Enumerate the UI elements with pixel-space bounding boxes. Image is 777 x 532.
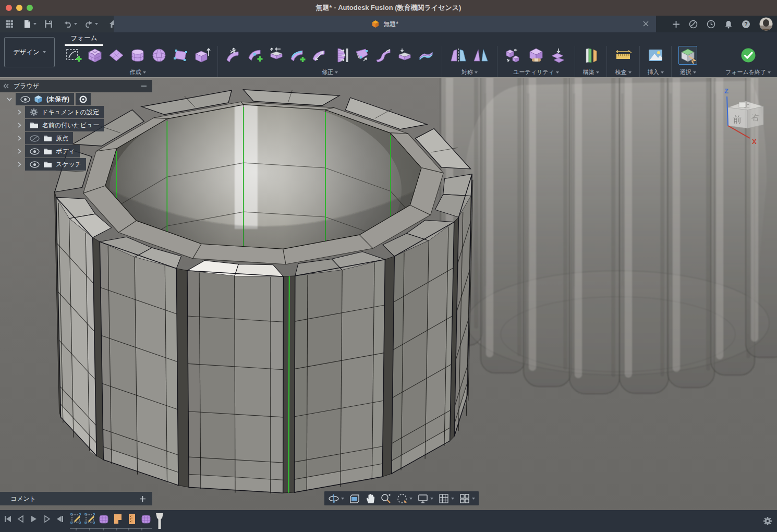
viewcube-right-label[interactable]: 右 <box>750 112 760 122</box>
viewcube-top-label[interactable]: 上 <box>744 102 750 108</box>
face-marker[interactable] <box>112 513 124 525</box>
collapse-panel-icon[interactable] <box>3 83 9 89</box>
extrude-tool-icon[interactable] <box>193 46 211 64</box>
visibility-off-eye-icon[interactable] <box>30 135 40 142</box>
finish-form-group-label[interactable]: フォームを終了 <box>725 68 771 76</box>
redo-button[interactable] <box>82 17 100 31</box>
insert-point-icon[interactable] <box>246 46 264 64</box>
browser-item-origin[interactable]: 原点 <box>0 132 152 144</box>
chevron-right-icon[interactable] <box>17 109 22 115</box>
minimize-panel-icon[interactable] <box>141 83 147 89</box>
make-uniform-icon[interactable] <box>549 46 568 64</box>
help-icon[interactable]: ? <box>742 20 750 29</box>
view-cube[interactable]: 上 前 右 Z X <box>721 86 777 149</box>
notifications-bell-icon[interactable] <box>724 20 733 29</box>
chevron-right-icon[interactable] <box>17 148 22 154</box>
new-file-button[interactable] <box>21 17 38 31</box>
sketch-marker[interactable] <box>84 513 95 525</box>
step-forward-icon[interactable] <box>42 514 52 524</box>
chevron-right-icon[interactable] <box>17 122 22 128</box>
viewcube-front-label[interactable]: 前 <box>733 115 742 125</box>
pull-icon[interactable] <box>353 46 371 64</box>
repair-body-icon[interactable] <box>527 46 545 64</box>
look-at-button[interactable] <box>349 493 360 504</box>
job-status-clock-icon[interactable] <box>707 20 715 29</box>
finish-form-icon[interactable] <box>739 46 757 64</box>
utility-group-label[interactable]: ユーティリティ <box>513 68 559 76</box>
viewports-button[interactable] <box>459 493 475 504</box>
display-settings-button[interactable] <box>417 493 433 504</box>
convert-icon[interactable] <box>504 46 523 64</box>
face-tool-icon[interactable] <box>172 46 189 64</box>
record-history-icon[interactable] <box>79 95 87 103</box>
timeline-settings-gear-icon[interactable] <box>762 516 773 526</box>
tab-form[interactable]: フォーム <box>65 34 103 46</box>
viewport-canvas[interactable]: ブラウザ (未保存) ドキュメントの設定 名前の <box>0 77 777 510</box>
box-primitive-icon[interactable] <box>86 46 104 64</box>
add-tab-icon[interactable] <box>672 20 680 28</box>
construction-plane-icon[interactable] <box>582 46 600 64</box>
subdivide-icon[interactable] <box>310 46 328 64</box>
document-tab[interactable]: 無題* <box>114 16 656 32</box>
select-group-label[interactable]: 選択 <box>680 68 696 76</box>
extensions-icon[interactable] <box>689 20 698 29</box>
browser-item-document-settings[interactable]: ドキュメントの設定 <box>0 106 152 118</box>
insert-group-label[interactable]: 挿入 <box>648 68 664 76</box>
create-sketch-icon[interactable] <box>65 46 82 64</box>
cylinder-primitive-icon[interactable] <box>129 46 147 64</box>
go-to-start-icon[interactable] <box>3 514 13 524</box>
browser-item-named-views[interactable]: 名前の付いたビュー <box>0 119 152 131</box>
user-avatar[interactable] <box>759 17 773 31</box>
close-window-button[interactable] <box>6 5 12 11</box>
maximize-window-button[interactable] <box>27 5 33 11</box>
timeline-position-slider[interactable] <box>155 513 164 529</box>
sphere-primitive-icon[interactable] <box>150 46 168 64</box>
mirror-internal-icon[interactable] <box>449 46 468 64</box>
go-to-end-icon[interactable] <box>55 514 65 524</box>
uncrease-icon[interactable] <box>417 46 435 64</box>
thicken-icon[interactable] <box>332 46 349 64</box>
browser-item-sketches[interactable]: スケッチ <box>0 158 152 171</box>
symmetry-group-label[interactable]: 対称 <box>462 68 478 76</box>
undo-button[interactable] <box>61 17 79 31</box>
measure-icon[interactable] <box>614 46 633 64</box>
workspace-selector[interactable]: デザイン <box>4 37 55 67</box>
close-tab-icon[interactable] <box>643 21 649 27</box>
zoom-button[interactable] <box>380 493 392 504</box>
visibility-eye-icon[interactable] <box>20 96 30 103</box>
chevron-right-icon[interactable] <box>17 161 22 167</box>
minimize-window-button[interactable] <box>16 5 22 11</box>
list-marker[interactable] <box>126 513 138 525</box>
timeline-ruler[interactable] <box>70 528 153 531</box>
app-grid-button[interactable] <box>3 17 16 31</box>
browser-item-bodies[interactable]: ボディ <box>0 145 152 158</box>
sketch-marker[interactable] <box>70 513 81 525</box>
step-back-icon[interactable] <box>16 514 26 524</box>
construct-group-label[interactable]: 構築 <box>583 68 599 76</box>
browser-root-row[interactable]: (未保存) <box>0 93 152 105</box>
save-button[interactable] <box>42 17 55 31</box>
fit-button[interactable] <box>396 493 412 504</box>
insert-image-icon[interactable] <box>647 46 664 64</box>
circular-internal-icon[interactable] <box>471 46 490 64</box>
inspect-group-label[interactable]: 検査 <box>615 68 632 76</box>
insert-edge-icon[interactable] <box>289 46 307 64</box>
modify-group-label[interactable]: 修正 <box>322 68 338 76</box>
chevron-down-icon[interactable] <box>6 96 13 102</box>
form-marker[interactable] <box>98 513 110 525</box>
visibility-eye-icon[interactable] <box>30 161 40 168</box>
orbit-button[interactable] <box>328 493 344 504</box>
edit-form-icon[interactable] <box>225 46 242 64</box>
chevron-right-icon[interactable] <box>17 135 22 141</box>
plane-primitive-icon[interactable] <box>107 46 125 64</box>
merge-edge-icon[interactable] <box>268 46 285 64</box>
comments-bar[interactable]: コメント <box>0 492 152 505</box>
visibility-eye-icon[interactable] <box>30 148 40 155</box>
form-marker[interactable] <box>140 513 152 525</box>
create-group-label[interactable]: 作成 <box>130 68 146 76</box>
crease-icon[interactable] <box>396 46 414 64</box>
bridge-icon[interactable] <box>374 46 392 64</box>
pan-button[interactable] <box>365 493 375 504</box>
add-comment-icon[interactable] <box>139 495 146 502</box>
select-tool-active-box[interactable] <box>678 46 697 65</box>
